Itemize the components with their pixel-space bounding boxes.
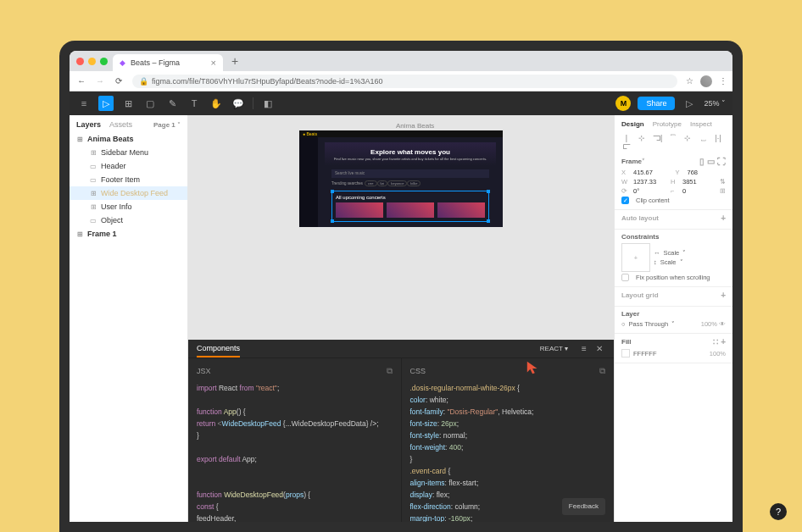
move-tool-icon[interactable]: ▷: [98, 96, 114, 111]
layer-section: Layer: [621, 310, 639, 318]
jsx-pane[interactable]: JSX⧉ import React from "react"; function…: [188, 358, 401, 522]
add-grid-icon[interactable]: +: [721, 291, 726, 300]
selected-layer[interactable]: All upcoming concerts: [331, 191, 489, 222]
radius-input[interactable]: 0: [682, 187, 716, 195]
zoom-select[interactable]: 25% ˅: [704, 99, 726, 108]
layer-icon: ▭: [90, 217, 97, 224]
layer-row[interactable]: ⊞Wide Desktop Feed: [70, 186, 187, 200]
layout-grid-section: Layout grid: [621, 291, 659, 299]
y-input[interactable]: 768: [688, 169, 727, 176]
assets-tab[interactable]: Assets: [109, 120, 132, 129]
frame-label[interactable]: Anima Beats: [396, 122, 434, 130]
star-icon[interactable]: ☆: [686, 76, 693, 86]
help-button[interactable]: ?: [770, 503, 787, 520]
share-button[interactable]: Share: [638, 97, 675, 110]
copy-icon[interactable]: ⧉: [387, 365, 393, 377]
copy-icon[interactable]: ⧉: [599, 365, 605, 377]
frame-section[interactable]: Frame: [621, 158, 642, 165]
hand-tool-icon[interactable]: ✋: [209, 96, 224, 111]
frame-icon: ⊞: [76, 136, 83, 142]
code-settings-icon[interactable]: ≡: [578, 343, 590, 355]
clip-checkbox[interactable]: ✓: [621, 197, 629, 204]
fill-section: Fill: [621, 338, 632, 346]
frame-tool-icon[interactable]: ⊞: [120, 96, 136, 111]
feedback-button[interactable]: Feedback: [562, 498, 605, 515]
align-top-icon[interactable]: ⎴: [667, 133, 677, 152]
add-autolayout-icon[interactable]: +: [721, 213, 726, 223]
distribute-icon[interactable]: |·|: [713, 133, 723, 152]
layers-panel: Layers Assets Page 1 ˅ ⊞Anima Beats ⊞Sid…: [70, 115, 188, 522]
code-close-icon[interactable]: ✕: [593, 343, 605, 355]
design-tab[interactable]: Design: [621, 120, 644, 128]
new-tab-button[interactable]: +: [228, 54, 242, 68]
shape-tool-icon[interactable]: ▢: [142, 96, 158, 111]
rotation-input[interactable]: 0°: [633, 187, 667, 195]
align-bottom-icon[interactable]: ⎵: [698, 133, 708, 152]
layers-tab[interactable]: Layers: [76, 120, 101, 129]
pen-tool-icon[interactable]: ✎: [164, 96, 180, 111]
profile-avatar[interactable]: [700, 75, 712, 87]
search-box: Search live music: [331, 169, 489, 178]
tab-close-icon[interactable]: ×: [211, 58, 216, 68]
constraints-section: Constraints: [621, 233, 659, 241]
link-icon[interactable]: ⇅: [720, 178, 726, 186]
user-avatar[interactable]: M: [615, 96, 631, 111]
auto-layout-section: Auto layout: [621, 214, 659, 222]
layer-label: Sidebar Menu: [101, 148, 148, 157]
reload-button[interactable]: ⟳: [114, 76, 124, 86]
align-vcenter-icon[interactable]: ⊹: [682, 133, 693, 152]
layer-label: Wide Desktop Feed: [101, 189, 168, 197]
chip: beyonce: [387, 180, 407, 186]
orientation-icon[interactable]: ▯ ▭ ⛶: [699, 157, 726, 166]
hero-subtitle: Find live music near you, share your fav…: [334, 157, 487, 161]
components-tab[interactable]: Components: [197, 341, 240, 357]
address-bar: ← → ⟳ 🔒 figma.com/file/T806VhYHlu7rSHpuB…: [70, 71, 732, 91]
align-right-icon[interactable]: ⫎|: [652, 133, 662, 152]
language-select[interactable]: REACT ▾: [540, 345, 568, 352]
align-left-icon[interactable]: |⫍: [621, 133, 632, 152]
alignment-row: |⫍⊹⫎| ⎴⊹⎵ |·|: [615, 131, 732, 153]
h-input[interactable]: 3851: [682, 178, 716, 186]
browser-tab[interactable]: ◆ Beats – Figma ×: [113, 54, 223, 71]
present-button[interactable]: ▷: [682, 96, 697, 111]
h-constraint-select[interactable]: Scale: [664, 249, 680, 257]
layer-icon: ▭: [90, 176, 97, 183]
fill-hex[interactable]: FFFFFF: [633, 350, 657, 357]
page-select[interactable]: Page 1 ˅: [153, 121, 181, 129]
v-constraint-select[interactable]: Scale: [660, 258, 677, 266]
css-pane[interactable]: CSS⧉ .dosis-regular-normal-white-26px { …: [401, 358, 615, 522]
layer-row[interactable]: ⊞Sidebar Menu: [70, 146, 187, 159]
fill-swatch[interactable]: [621, 349, 630, 357]
comment-tool-icon[interactable]: 💬: [231, 96, 246, 111]
back-button[interactable]: ←: [76, 76, 86, 86]
layer-top-frame[interactable]: ⊞Anima Beats: [70, 132, 187, 146]
prototype-tab[interactable]: Prototype: [653, 120, 682, 128]
layer-row[interactable]: ▭Footer Item: [70, 173, 187, 186]
layer-row[interactable]: ▭Object: [70, 213, 187, 227]
text-tool-icon[interactable]: T: [187, 96, 202, 111]
layer-label: Footer Item: [101, 175, 140, 184]
design-panel: Design Prototype Inspect |⫍⊹⫎| ⎴⊹⎵ |·| F…: [614, 115, 732, 522]
x-input[interactable]: 415.67: [633, 169, 672, 176]
align-hcenter-icon[interactable]: ⊹: [637, 133, 647, 152]
artboard[interactable]: ● Beats Explore what moves you Find live…: [299, 130, 503, 227]
constraints-widget[interactable]: +: [621, 243, 650, 272]
corner-icon[interactable]: ⊞: [720, 187, 726, 195]
tab-title: Beats – Figma: [131, 58, 180, 67]
forward-button[interactable]: →: [95, 76, 105, 86]
figma-favicon-icon: ◆: [120, 58, 125, 67]
fix-position-checkbox[interactable]: [621, 274, 629, 281]
w-input[interactable]: 1237.33: [633, 178, 667, 186]
browser-menu-icon[interactable]: ⋮: [719, 76, 726, 86]
blend-select[interactable]: Pass Through: [629, 320, 669, 328]
main-menu-icon[interactable]: ≡: [76, 96, 92, 111]
canvas[interactable]: Anima Beats ● Beats Explore what moves y…: [188, 115, 614, 522]
boolean-tool-icon[interactable]: ◧: [260, 96, 276, 111]
layer-frame1[interactable]: ⊞Frame 1: [70, 227, 187, 241]
logo: ● Beats: [303, 131, 317, 136]
layer-row[interactable]: ▭Header: [70, 159, 187, 173]
fill-style-icon[interactable]: ∷ +: [713, 337, 726, 346]
inspect-tab[interactable]: Inspect: [690, 120, 712, 128]
url-input[interactable]: 🔒 figma.com/file/T806VhYHlu7rSHpuByfapd/…: [132, 75, 677, 88]
layer-row[interactable]: ⊞User Info: [70, 200, 187, 213]
